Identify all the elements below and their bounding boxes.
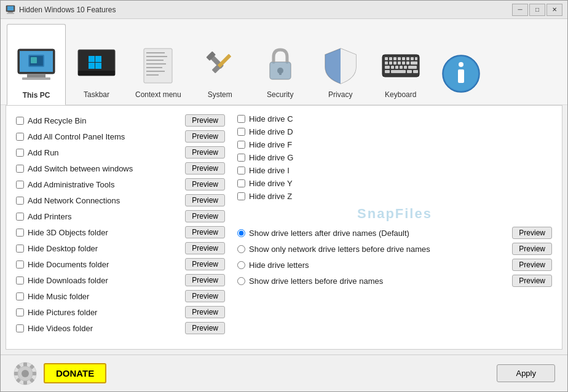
checkbox-hide-drive-f[interactable] <box>237 141 245 149</box>
svg-rect-41 <box>411 57 414 60</box>
preview-hide-pictures[interactable]: Preview <box>185 306 225 318</box>
label-add-recycle-bin: Add Recycle Bin <box>28 116 181 125</box>
checkbox-hide-desktop[interactable] <box>16 245 24 253</box>
checkbox-add-network-connections[interactable] <box>16 197 24 205</box>
watermark-text: SnapFiles <box>237 206 552 222</box>
right-column: Hide drive C Hide drive D Hide drive F H… <box>237 114 552 338</box>
svg-rect-3 <box>7 13 14 14</box>
radio-show-only-network[interactable] <box>237 245 245 253</box>
maximize-button[interactable]: □ <box>529 4 545 16</box>
svg-rect-18 <box>144 49 172 83</box>
label-hide-music: Hide Music folder <box>28 292 181 301</box>
svg-rect-51 <box>391 66 394 69</box>
preview-hide-documents[interactable]: Preview <box>185 258 225 270</box>
checkbox-hide-drive-y[interactable] <box>237 179 245 187</box>
preview-hide-3d-objects[interactable]: Preview <box>185 226 225 238</box>
nav-item-this-pc[interactable]: This PC <box>7 24 66 105</box>
preview-show-before[interactable]: Preview <box>512 275 552 287</box>
preview-hide-drive-letters[interactable]: Preview <box>512 259 552 271</box>
svg-rect-67 <box>14 372 18 375</box>
row-hide-drive-d: Hide drive D <box>237 127 552 136</box>
label-add-network-connections: Add Network Connections <box>28 196 181 205</box>
preview-add-network-connections[interactable]: Preview <box>185 194 225 206</box>
preview-add-recycle-bin[interactable]: Preview <box>185 114 225 127</box>
nav-item-security[interactable]: Security <box>251 24 310 104</box>
svg-rect-43 <box>385 61 388 65</box>
preview-hide-desktop[interactable]: Preview <box>185 242 225 254</box>
radio-hide-drive-letters[interactable] <box>237 261 245 269</box>
title-bar: Hidden Windows 10 Features ─ □ ✕ <box>1 1 567 19</box>
main-columns: Add Recycle Bin Preview Add All Control … <box>16 114 552 338</box>
nav-item-taskbar[interactable]: Taskbar <box>67 24 126 104</box>
row-add-switch-windows: Add Switch between windows Preview <box>16 162 225 174</box>
preview-add-run[interactable]: Preview <box>185 146 225 159</box>
preview-hide-videos[interactable]: Preview <box>185 322 225 334</box>
checkbox-add-recycle-bin[interactable] <box>16 117 24 125</box>
row-hide-documents: Hide Documents folder Preview <box>16 258 225 270</box>
checkbox-hide-drive-i[interactable] <box>237 167 245 174</box>
checkbox-hide-music[interactable] <box>16 292 24 300</box>
checkbox-add-admin-tools[interactable] <box>16 181 24 189</box>
minimize-button[interactable]: ─ <box>512 4 528 16</box>
checkbox-hide-drive-c[interactable] <box>237 115 245 123</box>
radio-show-before[interactable] <box>237 277 245 285</box>
svg-rect-11 <box>31 57 37 63</box>
checkbox-add-all-control-panel[interactable] <box>16 133 24 141</box>
svg-rect-66 <box>23 381 27 385</box>
this-pc-icon <box>15 44 58 87</box>
checkbox-hide-drive-z[interactable] <box>237 192 245 200</box>
svg-rect-52 <box>395 66 398 69</box>
checkbox-hide-downloads[interactable] <box>16 276 24 284</box>
svg-rect-48 <box>406 61 409 65</box>
svg-rect-17 <box>95 63 101 69</box>
radio-show-after-default[interactable] <box>237 229 245 237</box>
label-hide-drive-c: Hide drive C <box>249 114 552 123</box>
checkbox-hide-3d-objects[interactable] <box>16 229 24 237</box>
label-hide-drive-y: Hide drive Y <box>249 179 552 188</box>
svg-rect-63 <box>458 69 464 83</box>
apply-button[interactable]: Apply <box>497 364 555 382</box>
nav-item-system[interactable]: System <box>191 24 250 104</box>
svg-rect-22 <box>146 63 166 65</box>
nav-item-info[interactable] <box>432 24 491 104</box>
donate-button[interactable]: DONATE <box>44 363 106 383</box>
checkbox-hide-videos[interactable] <box>16 324 24 332</box>
svg-rect-68 <box>33 372 36 375</box>
checkbox-hide-pictures[interactable] <box>16 308 24 316</box>
checkbox-hide-drive-g[interactable] <box>237 154 245 162</box>
checkbox-add-printers[interactable] <box>16 213 24 221</box>
checkbox-add-run[interactable] <box>16 149 24 157</box>
donate-area: DONATE <box>13 361 106 386</box>
nav-item-privacy[interactable]: Privacy <box>311 24 370 104</box>
svg-rect-56 <box>385 70 390 73</box>
app-icon <box>6 5 15 15</box>
left-column: Add Recycle Bin Preview Add All Control … <box>16 114 225 338</box>
preview-add-printers[interactable]: Preview <box>185 210 225 222</box>
label-hide-drive-i: Hide drive I <box>249 166 552 175</box>
nav-item-keyboard[interactable]: Keyboard <box>371 24 430 104</box>
row-hide-drive-y: Hide drive Y <box>237 179 552 188</box>
label-hide-drive-g: Hide drive G <box>249 153 552 162</box>
row-hide-drive-g: Hide drive G <box>237 153 552 162</box>
checkbox-hide-drive-d[interactable] <box>237 128 245 136</box>
preview-add-switch-windows[interactable]: Preview <box>185 162 225 174</box>
preview-show-only-network[interactable]: Preview <box>512 243 552 255</box>
preview-add-admin-tools[interactable]: Preview <box>185 178 225 190</box>
nav-item-context-menu[interactable]: Context menu <box>127 24 189 104</box>
label-hide-3d-objects: Hide 3D Objects folder <box>28 228 181 237</box>
label-add-all-control-panel: Add All Control Panel Items <box>28 132 181 141</box>
preview-show-after-default[interactable]: Preview <box>512 227 552 239</box>
nav-item-context-menu-label: Context menu <box>135 90 181 99</box>
preview-hide-downloads[interactable]: Preview <box>185 274 225 286</box>
title-bar-left: Hidden Windows 10 Features <box>6 5 116 15</box>
label-show-before: Show drive letters before drive names <box>249 276 508 286</box>
row-hide-desktop: Hide Desktop folder Preview <box>16 242 225 254</box>
label-add-admin-tools: Add Administrative Tools <box>28 180 181 189</box>
preview-hide-music[interactable]: Preview <box>185 290 225 302</box>
preview-add-all-control-panel[interactable]: Preview <box>185 130 225 143</box>
checkbox-hide-documents[interactable] <box>16 261 24 269</box>
label-hide-drive-letters: Hide drive letters <box>249 261 508 270</box>
close-button[interactable]: ✕ <box>546 4 562 16</box>
svg-rect-55 <box>408 66 417 69</box>
checkbox-add-switch-windows[interactable] <box>16 165 24 173</box>
